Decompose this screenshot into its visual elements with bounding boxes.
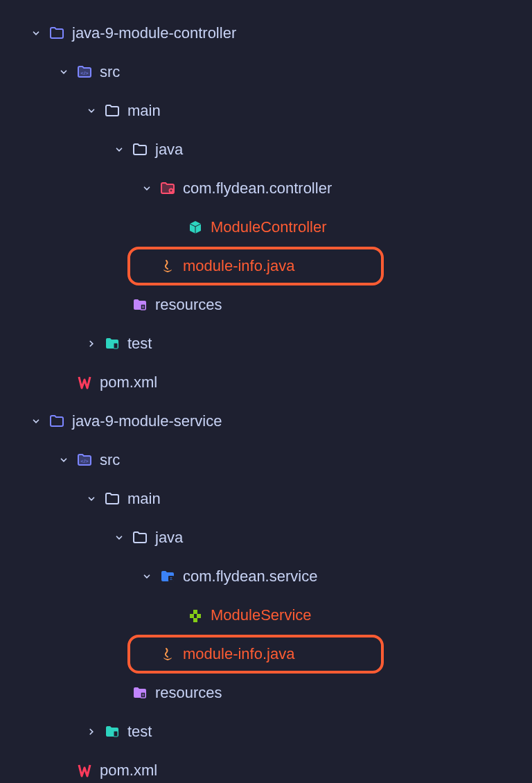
tree-test-folder[interactable]: test (0, 712, 532, 751)
svg-text:</>: </> (80, 70, 89, 76)
folder-icon (103, 101, 122, 121)
chevron-down-icon (114, 144, 125, 155)
tree-package[interactable]: Σ com.flydean.service (0, 557, 532, 596)
chevron-down-icon (58, 67, 69, 78)
src-folder-icon: </> (75, 62, 94, 82)
package-label: com.flydean.controller (183, 179, 332, 197)
resources-icon (130, 295, 150, 315)
package-icon (158, 179, 177, 198)
chevron-down-icon (30, 28, 42, 39)
folder-icon (103, 489, 122, 509)
test-label: test (127, 335, 152, 353)
svg-rect-10 (197, 614, 201, 618)
chevron-down-icon (114, 532, 125, 543)
tree-test-folder[interactable]: test (0, 324, 532, 363)
tree-module-info-file[interactable]: module-info.java (127, 247, 384, 285)
test-folder-icon (103, 334, 122, 353)
class-label: ModuleService (211, 606, 312, 624)
chevron-down-icon (141, 571, 152, 582)
svg-rect-15 (114, 731, 118, 737)
tree-module-folder[interactable]: java-9-module-controller (0, 14, 532, 53)
module-name: java-9-module-service (72, 412, 222, 430)
class-label: ModuleController (211, 218, 327, 236)
folder-icon (47, 24, 66, 43)
tree-package[interactable]: com.flydean.controller (0, 169, 532, 208)
folder-icon (47, 412, 66, 431)
resources-label: resources (155, 684, 222, 702)
tree-java-folder[interactable]: java (0, 130, 532, 169)
tree-pom-file[interactable]: pom.xml (0, 363, 532, 402)
svg-rect-2 (141, 304, 145, 310)
svg-rect-11 (193, 610, 197, 614)
chevron-down-icon (30, 416, 42, 427)
resources-icon (130, 683, 150, 703)
tree-src-folder[interactable]: </> src (0, 441, 532, 480)
svg-rect-13 (141, 692, 145, 698)
folder-icon (130, 140, 150, 159)
java-label: java (155, 141, 183, 159)
java-file-icon (158, 644, 177, 664)
java-file-icon (158, 256, 177, 276)
tree-resources-folder[interactable]: resources (0, 674, 532, 712)
tree-class-file[interactable]: ModuleService (0, 596, 532, 635)
module-info-label: module-info.java (183, 645, 294, 663)
src-folder-icon: </> (75, 450, 94, 470)
tree-resources-folder[interactable]: resources (0, 285, 532, 324)
svg-rect-9 (190, 614, 194, 618)
test-label: test (127, 723, 152, 741)
chevron-right-icon (86, 338, 97, 349)
package-label: com.flydean.service (183, 568, 317, 586)
main-label: main (127, 490, 161, 508)
chevron-down-icon (86, 105, 97, 116)
resources-label: resources (155, 296, 222, 314)
package-icon: Σ (158, 567, 177, 586)
main-label: main (127, 102, 161, 120)
tree-main-folder[interactable]: main (0, 480, 532, 518)
module-info-label: module-info.java (183, 257, 294, 275)
chevron-right-icon (86, 726, 97, 737)
svg-text:</>: </> (80, 458, 89, 464)
tree-class-file[interactable]: ModuleController (0, 208, 532, 247)
tree-java-folder[interactable]: java (0, 518, 532, 557)
maven-icon (75, 761, 94, 780)
tree-src-folder[interactable]: </> src (0, 53, 532, 91)
module-name: java-9-module-controller (72, 24, 236, 42)
chevron-down-icon (141, 183, 152, 194)
tree-pom-file[interactable]: pom.xml (0, 751, 532, 783)
folder-icon (130, 528, 150, 547)
src-label: src (100, 451, 120, 469)
maven-icon (75, 373, 94, 392)
chevron-down-icon (58, 455, 69, 466)
svg-text:Σ: Σ (170, 577, 172, 581)
tree-module-folder[interactable]: java-9-module-service (0, 402, 532, 441)
svg-rect-12 (193, 618, 197, 622)
class-icon (186, 218, 205, 237)
svg-rect-4 (114, 343, 118, 349)
abstract-icon (186, 606, 205, 625)
src-label: src (100, 63, 120, 81)
tree-main-folder[interactable]: main (0, 91, 532, 130)
java-label: java (155, 529, 183, 547)
tree-module-info-file[interactable]: module-info.java (127, 635, 384, 674)
chevron-down-icon (86, 493, 97, 504)
pom-label: pom.xml (100, 762, 157, 780)
test-folder-icon (103, 722, 122, 741)
pom-label: pom.xml (100, 373, 157, 392)
